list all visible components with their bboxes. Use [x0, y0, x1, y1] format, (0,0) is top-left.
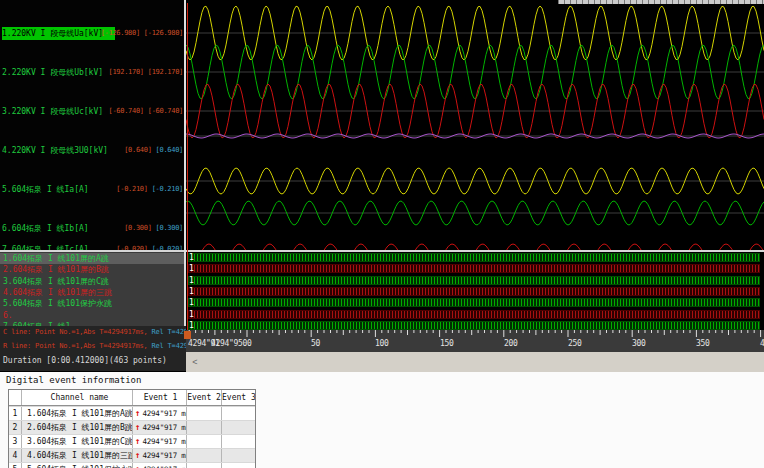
event3-cell: [222, 421, 255, 434]
analog-channel-label: 3.220KV I 段母线Uc[kV]: [2, 105, 103, 118]
event3-cell: [222, 449, 255, 462]
value-at-r-cursor: [0.300]: [156, 222, 183, 235]
table-header-row: Channel nameEvent 1Event 2Event 3: [9, 390, 255, 406]
fault-recorder-window: 1.220KV I 段母线Ua[kV][-126.980][-126.980]2…: [0, 0, 764, 468]
event3-cell: [222, 463, 255, 468]
analog-channel-values: [192.170][192.170]: [109, 66, 183, 79]
digital-trace-bar[interactable]: 1: [188, 287, 760, 296]
row-number-cell: 2: [9, 421, 22, 434]
value-at-r-cursor: [-126.980]: [144, 27, 183, 40]
table-row[interactable]: 55.604拓泉 I 线101保护永跳↑4294"917 ms: [9, 462, 255, 468]
axis-tick-label: 4: [760, 339, 764, 348]
event-up-arrow-icon: ↑: [135, 422, 140, 432]
analog-channel-label: 1.220KV I 段母线Ua[kV]: [2, 27, 115, 40]
analog-channel-label: 2.220KV I 段母线Ub[kV]: [2, 66, 103, 79]
table-row[interactable]: 44.604拓泉 I 线101屏的三跳↑4294"917 ms: [9, 448, 255, 462]
digital-trace-area[interactable]: 1111111: [186, 252, 764, 330]
event2-cell: [187, 449, 222, 462]
analog-channel-values: [0.300][0.300]: [124, 222, 183, 235]
row-number-cell: 1: [9, 407, 22, 420]
axis-tick-label: 150: [440, 339, 454, 348]
channel-name-cell: 2.604拓泉 I 线101屏的B跳: [22, 421, 133, 434]
row-number-cell: 4: [9, 449, 22, 462]
value-at-r-cursor: [-0.210]: [152, 183, 183, 196]
axis-tick-label: 50: [311, 339, 320, 348]
analog-channel-row[interactable]: 5.604拓泉 I 线Ia[A][-0.210][-0.210]: [0, 183, 184, 196]
event1-time: 4294"917 ms: [142, 423, 187, 432]
table-row[interactable]: 22.604拓泉 I 线101屏的B跳↑4294"917 ms: [9, 420, 255, 434]
analog-channel-row[interactable]: 3.220KV I 段母线Uc[kV][-60.740][-60.740]: [0, 105, 184, 118]
event2-cell: [187, 435, 222, 448]
digital-state-label: 1: [189, 298, 194, 307]
cursor-marker[interactable]: [184, 331, 191, 339]
digital-channel-row[interactable]: 6.: [0, 310, 184, 321]
event1-cell: ↑4294"917 ms: [133, 407, 187, 420]
event3-cell: [222, 435, 255, 448]
c-line-status: C line: Point No.=1,Abs T=4294917ms, Rel…: [3, 328, 186, 336]
horizontal-scrollbar[interactable]: <: [186, 352, 764, 372]
digital-channel-row[interactable]: 5.604拓泉 I 线101保护永跳: [0, 298, 184, 309]
analog-channel-label: 5.604拓泉 I 线Ia[A]: [2, 183, 89, 196]
digital-trace-bar[interactable]: 1: [188, 276, 760, 285]
value-at-r-cursor: [0.640]: [156, 144, 183, 157]
value-at-r-cursor: [192.170]: [148, 66, 183, 79]
digital-trace-bar[interactable]: 1: [188, 298, 760, 307]
digital-event-section: Digital event information Channel nameEv…: [0, 372, 764, 468]
analog-channel-label: 4.220KV I 段母线3U0[kV]: [2, 144, 108, 157]
event-up-arrow-icon: ↑: [135, 408, 140, 418]
axis-tick-label: 250: [568, 339, 582, 348]
event1-cell: ↑4294"917 ms: [133, 449, 187, 462]
axis-tick-label: 4294"950: [211, 339, 247, 348]
value-at-c-cursor: [-126.980]: [101, 27, 140, 40]
event-up-arrow-icon: ↑: [135, 464, 140, 468]
digital-event-table: Channel nameEvent 1Event 2Event 311.604拓…: [8, 389, 256, 468]
axis-tick-label: 0: [247, 339, 252, 348]
analog-channel-row[interactable]: 1.220KV I 段母线Ua[kV][-126.980][-126.980]: [0, 27, 184, 40]
row-number-header: [9, 390, 22, 405]
analog-channel-list: 1.220KV I 段母线Ua[kV][-126.980][-126.980]2…: [0, 0, 184, 252]
channel-name-cell: 4.604拓泉 I 线101屏的三跳: [22, 449, 133, 462]
waveform-plot[interactable]: [186, 0, 764, 252]
row-number-cell: 5: [9, 463, 22, 468]
digital-trace-bar[interactable]: 1: [188, 310, 760, 319]
digital-trace-bar[interactable]: 1: [188, 253, 760, 262]
analog-channel-values: [0.640][0.640]: [124, 144, 183, 157]
digital-state-label: 1: [189, 276, 194, 285]
table-row[interactable]: 11.604拓泉 I 线101屏的A跳↑4294"917 ms: [9, 406, 255, 420]
value-at-r-cursor: [-60.740]: [148, 105, 183, 118]
digital-channel-row[interactable]: 1.604拓泉 I 线101屏的A跳: [0, 253, 184, 264]
digital-state-label: 1: [189, 321, 194, 330]
analog-channel-label: 6.604拓泉 I 线Ib[A]: [2, 222, 89, 235]
value-at-c-cursor: [-60.740]: [109, 105, 144, 118]
scroll-left-icon[interactable]: <: [189, 356, 201, 368]
analog-channel-row[interactable]: 2.220KV I 段母线Ub[kV][192.170][192.170]: [0, 66, 184, 79]
event3-cell: [222, 407, 255, 420]
digital-channel-list: 1.604拓泉 I 线101屏的A跳2.604拓泉 I 线101屏的B跳3.60…: [0, 252, 184, 330]
digital-trace-bar[interactable]: 1: [188, 264, 760, 273]
digital-state-label: 1: [189, 310, 194, 319]
table-row[interactable]: 33.604拓泉 I 线101屏的C跳↑4294"917 ms: [9, 434, 255, 448]
analog-channel-values: [-0.210][-0.210]: [116, 183, 183, 196]
event-up-arrow-icon: ↑: [135, 436, 140, 446]
value-at-c-cursor: [0.300]: [124, 222, 151, 235]
analog-channel-values: [-60.740][-60.740]: [109, 105, 183, 118]
duration-status: Duration [0:00.412000](463 points): [3, 356, 167, 365]
axis-tick-label: 300: [632, 339, 646, 348]
axis-tick-label: 350: [696, 339, 710, 348]
event1-cell: ↑4294"917 ms: [133, 435, 187, 448]
analog-channel-values: [-126.980][-126.980]: [101, 27, 183, 40]
digital-channel-row[interactable]: 4.604拓泉 I 线101屏的三跳: [0, 287, 184, 298]
digital-trace-bar[interactable]: 1: [188, 321, 760, 330]
event2-cell: [187, 421, 222, 434]
event1-time: 4294"917 ms: [142, 437, 187, 446]
r-line-status: R line: Point No.=1,Abs T=4294917ms, Rel…: [3, 342, 186, 350]
digital-channel-row[interactable]: 3.604拓泉 I 线101屏的C跳: [0, 276, 184, 287]
analog-channel-row[interactable]: 4.220KV I 段母线3U0[kV][0.640][0.640]: [0, 144, 184, 157]
event2-cell: [187, 407, 222, 420]
event-up-arrow-icon: ↑: [135, 450, 140, 460]
column-header: Event 1: [133, 390, 187, 405]
digital-state-label: 1: [189, 287, 194, 296]
analog-channel-row[interactable]: 6.604拓泉 I 线Ib[A][0.300][0.300]: [0, 222, 184, 235]
axis-tick-label: 100: [375, 339, 389, 348]
digital-channel-row[interactable]: 2.604拓泉 I 线101屏的B跳: [0, 264, 184, 275]
